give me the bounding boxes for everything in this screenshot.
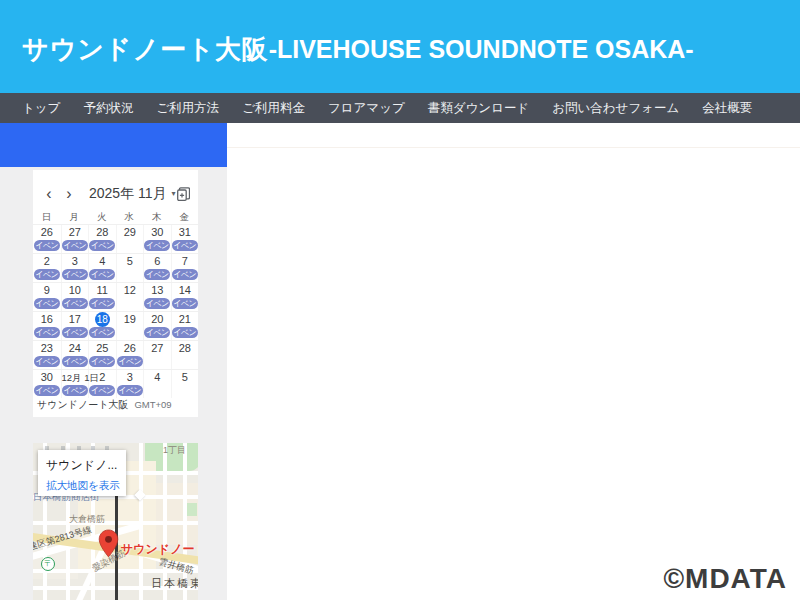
calendar-day-cell: 13イベン — [143, 283, 171, 311]
calendar-today-badge[interactable]: 18 — [95, 312, 110, 327]
calendar-event-pill[interactable]: イベン — [62, 327, 88, 338]
calendar-date-number: 16 — [33, 312, 61, 327]
calendar-date-number: 4 — [89, 254, 116, 269]
nav-item[interactable]: ご利用料金 — [242, 100, 305, 117]
calendar-day-cell: 27 — [143, 341, 171, 369]
calendar-day-header: 日 — [33, 210, 61, 224]
calendar-day-cell: 27イベン — [61, 225, 89, 253]
calendar-day-cell: 12 — [116, 283, 144, 311]
nav-item[interactable]: 会社概要 — [702, 100, 752, 117]
calendar-day-cell: 26イベン — [116, 341, 144, 369]
calendar-day-header: 水 — [116, 210, 144, 224]
calendar-week-row: 26イベン27イベン28イベン2930イベン31イベン — [33, 224, 198, 253]
calendar-date-number: 3 — [62, 254, 89, 269]
calendar-date-number: 13 — [144, 283, 171, 298]
calendar-event-pill[interactable]: イベン — [172, 269, 198, 280]
calendar-month-title[interactable]: 2025年 11月 — [89, 185, 167, 203]
map-pin[interactable] — [98, 529, 119, 558]
page: サウンドノート大阪-LIVEHOUSE SOUNDNOTE OSAKA- トップ… — [0, 0, 800, 600]
calendar-event-pill[interactable]: イベン — [172, 240, 198, 251]
calendar-event-pill[interactable]: イベン — [144, 269, 170, 280]
add-to-calendar-icon[interactable] — [177, 187, 190, 201]
site-title-english: -LIVEHOUSE SOUNDNOTE OSAKA- — [269, 35, 694, 63]
calendar-date-number: 5 — [117, 254, 144, 269]
calendar-day-cell: 10イベン — [61, 283, 89, 311]
calendar-prev-button[interactable]: ‹ — [39, 184, 59, 204]
calendar-date-number: 21 — [172, 312, 199, 327]
calendar-day-cell: 5 — [171, 370, 199, 398]
calendar-day-cell: 19 — [116, 312, 144, 340]
calendar-week-row: 9イベン10イベン11イベン1213イベン14イベン — [33, 282, 198, 311]
calendar-date-number: 23 — [33, 341, 61, 356]
calendar-day-cell: 30イベン — [143, 225, 171, 253]
calendar-date-number: 11 — [89, 283, 116, 298]
calendar-day-header: 月 — [61, 210, 89, 224]
calendar-event-pill[interactable]: イベン — [89, 240, 115, 251]
nav-item[interactable]: 予約状況 — [83, 100, 133, 117]
calendar-day-cell: 9イベン — [33, 283, 61, 311]
calendar-date-number: 25 — [89, 341, 116, 356]
calendar-date-number: 31 — [172, 225, 199, 240]
calendar-grid: 26イベン27イベン28イベン2930イベン31イベン2イベン3イベン4イベン5… — [33, 224, 198, 398]
map-embed[interactable]: 1丁目日本橋筋商店街大倉橋筋速区第2813号線サウンドノート大愛染橋筋雲井橋筋日… — [33, 443, 198, 600]
calendar-date-number: 26 — [33, 225, 61, 240]
calendar-date-number: 12 — [117, 283, 144, 298]
calendar-next-button[interactable]: › — [59, 184, 79, 204]
calendar-day-cell: 21イベン — [171, 312, 199, 340]
calendar-date-number: 19 — [117, 312, 144, 327]
nav-item[interactable]: フロアマップ — [328, 100, 405, 117]
calendar-date-number: 20 — [144, 312, 171, 327]
calendar-event-pill[interactable]: イベン — [34, 356, 60, 367]
calendar-day-cell: 23イベン — [33, 341, 61, 369]
calendar-date-number: 18 — [89, 312, 116, 327]
calendar-date-number: 5 — [172, 370, 199, 385]
nav-item[interactable]: トップ — [22, 100, 60, 117]
sidebar-banner — [0, 123, 227, 167]
calendar-day-cell: 28 — [171, 341, 199, 369]
calendar-event-pill[interactable]: イベン — [62, 298, 88, 309]
post-office-icon: 〒 — [41, 557, 55, 571]
page-title: サウンドノート大阪-LIVEHOUSE SOUNDNOTE OSAKA- — [0, 0, 800, 67]
calendar-week-row: 2イベン3イベン4イベン56イベン7イベン — [33, 253, 198, 282]
map-info-card: サウンドノ... 拡大地図を表示 — [38, 450, 126, 496]
calendar-event-pill[interactable]: イベン — [117, 356, 143, 367]
calendar-event-pill[interactable]: イベン — [62, 269, 88, 280]
site-header: サウンドノート大阪-LIVEHOUSE SOUNDNOTE OSAKA- — [0, 0, 800, 93]
calendar-date-number: 30 — [144, 225, 171, 240]
calendar-event-pill[interactable]: イベン — [62, 356, 88, 367]
calendar-event-pill[interactable]: イベン — [89, 356, 115, 367]
calendar-event-pill[interactable]: イベン — [62, 240, 88, 251]
calendar-day-cell: 29 — [116, 225, 144, 253]
calendar-day-cell: 26イベン — [33, 225, 61, 253]
calendar-event-pill[interactable]: イベン — [144, 327, 170, 338]
calendar-event-pill[interactable]: イベン — [172, 298, 198, 309]
chevron-down-icon: ▾ — [172, 189, 176, 198]
calendar-event-pill[interactable]: イベン — [34, 240, 60, 251]
calendar-event-pill[interactable]: イベン — [89, 298, 115, 309]
calendar-event-pill[interactable]: イベン — [172, 327, 198, 338]
map-enlarge-link[interactable]: 拡大地図を表示 — [46, 479, 118, 493]
calendar-event-pill[interactable]: イベン — [34, 327, 60, 338]
calendar-event-pill[interactable]: イベン — [144, 240, 170, 251]
calendar-event-pill[interactable]: イベン — [34, 298, 60, 309]
calendar-date-number: 12月 1日 — [62, 370, 89, 385]
calendar-event-pill[interactable]: イベン — [34, 269, 60, 280]
main-nav: トップ予約状況ご利用方法ご利用料金フロアマップ書類ダウンロードお問い合わせフォー… — [0, 93, 800, 123]
calendar-day-cell: 16イベン — [33, 312, 61, 340]
nav-item[interactable]: お問い合わせフォーム — [552, 100, 679, 117]
calendar-event-pill[interactable]: イベン — [89, 327, 115, 338]
nav-item[interactable]: ご利用方法 — [156, 100, 219, 117]
calendar-event-pill[interactable]: イベン — [89, 269, 115, 280]
nav-item[interactable]: 書類ダウンロード — [428, 100, 529, 117]
calendar-week-row: 16イベン17イベン18イベン1920イベン21イベン — [33, 311, 198, 340]
site-title-japanese: サウンドノート大阪 — [22, 34, 269, 64]
calendar-date-number: 28 — [89, 225, 116, 240]
calendar-day-cell: 5 — [116, 254, 144, 282]
calendar-day-header: 金 — [171, 210, 199, 224]
calendar-footer: サウンドノート大阪GMT+09 — [37, 394, 172, 412]
calendar-event-pill[interactable]: イベン — [144, 298, 170, 309]
calendar-date-number: 28 — [172, 341, 199, 356]
calendar-day-cell: 3イベン — [61, 254, 89, 282]
calendar-date-number: 27 — [144, 341, 171, 356]
calendar-timezone: GMT+09 — [134, 399, 171, 410]
